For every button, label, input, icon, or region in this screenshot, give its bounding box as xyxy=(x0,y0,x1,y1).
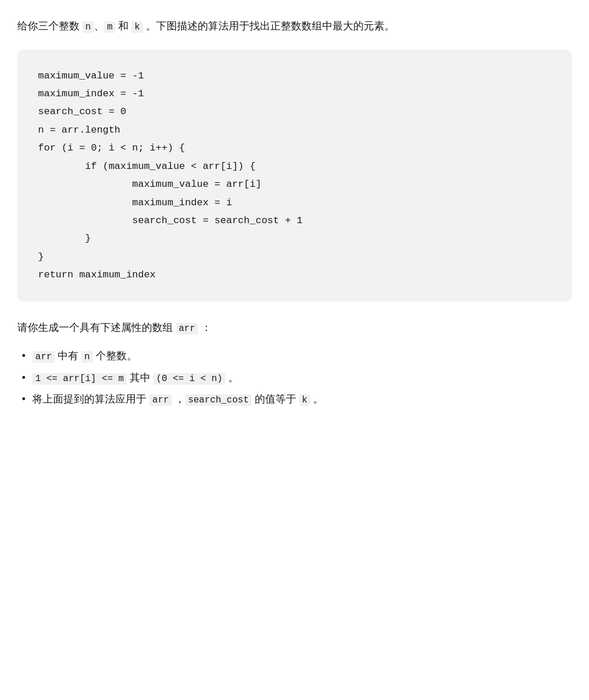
inline-code-range: 1 <= arr[i] <= m xyxy=(32,373,127,385)
code-block: maximum_value = -1 maximum_index = -1 se… xyxy=(17,50,572,302)
inline-code-search-cost: search_cost xyxy=(185,394,252,406)
list-item-1: arr 中有 n 个整数。 xyxy=(17,347,572,366)
request-paragraph: 请你生成一个具有下述属性的数组 arr ： xyxy=(17,319,572,337)
code-content: maximum_value = -1 maximum_index = -1 se… xyxy=(38,67,551,284)
list-item-1-content: arr 中有 n 个整数。 xyxy=(32,347,572,366)
inline-code-condition: (0 <= i < n) xyxy=(153,373,225,385)
list-item-2: 1 <= arr[i] <= m 其中 (0 <= i < n) 。 xyxy=(17,369,572,387)
inline-code-m: m xyxy=(104,21,116,33)
bullet-list: arr 中有 n 个整数。 1 <= arr[i] <= m 其中 (0 <= … xyxy=(17,347,572,409)
inline-code-n: n xyxy=(82,21,94,33)
inline-code-arr2: arr xyxy=(32,351,55,363)
inline-code-arr3: arr xyxy=(149,394,172,406)
inline-code-k: k xyxy=(131,21,143,33)
list-item-3-content: 将上面提到的算法应用于 arr ，search_cost 的值等于 k 。 xyxy=(32,390,572,409)
intro-paragraph: 给你三个整数 n、m 和 k 。下图描述的算法用于找出正整数数组中最大的元素。 xyxy=(17,17,572,36)
list-item-3: 将上面提到的算法应用于 arr ，search_cost 的值等于 k 。 xyxy=(17,390,572,409)
inline-code-n2: n xyxy=(81,351,93,363)
inline-code-k2: k xyxy=(299,394,311,406)
list-item-2-content: 1 <= arr[i] <= m 其中 (0 <= i < n) 。 xyxy=(32,369,572,387)
inline-code-arr: arr xyxy=(176,323,198,334)
